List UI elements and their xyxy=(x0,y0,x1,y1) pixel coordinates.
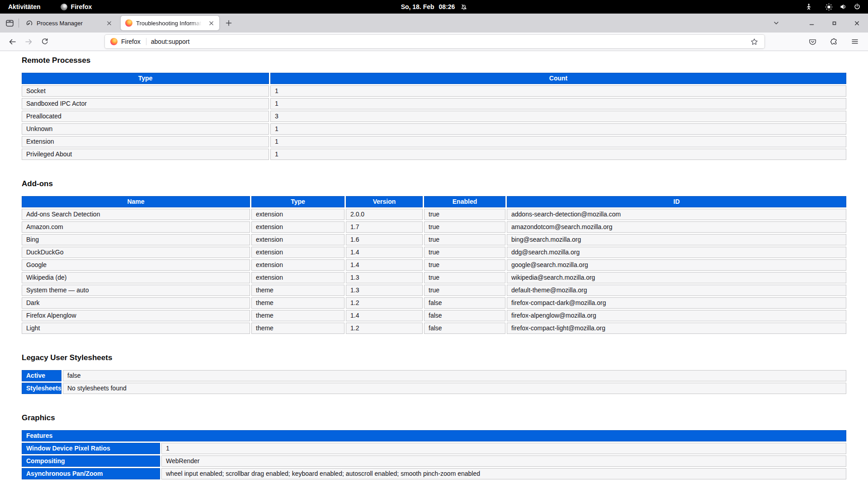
table-cell: 1.2 xyxy=(346,323,423,334)
back-button[interactable] xyxy=(5,35,19,48)
table-cell: wheel input enabled; scrollbar drag enab… xyxy=(161,468,846,479)
table-cell: true xyxy=(424,234,505,245)
table-cell: theme xyxy=(251,323,344,334)
new-tab-button[interactable] xyxy=(222,16,236,30)
table-cell: Dark xyxy=(22,297,250,309)
table-cell: false xyxy=(424,297,505,309)
table-cell: true xyxy=(424,272,505,283)
pocket-icon[interactable] xyxy=(806,35,819,48)
graphics-table: FeaturesWindow Device Pixel Ratios1Compo… xyxy=(20,429,848,481)
table-cell: theme xyxy=(251,285,344,296)
table-cell: 1.2 xyxy=(346,297,423,309)
table-cell: true xyxy=(424,221,505,233)
system-status-area[interactable] xyxy=(805,3,868,11)
tab-process-manager[interactable]: Process Manager xyxy=(21,16,117,30)
table-cell: extension xyxy=(251,209,344,220)
bookmark-star-icon[interactable] xyxy=(747,35,761,48)
tab-title: Troubleshooting Information xyxy=(136,20,203,27)
table-row: CompositingWebRender xyxy=(22,455,846,467)
activities-button[interactable]: Aktivitäten xyxy=(8,3,41,10)
table-row: Googleextension1.4truegoogle@search.mozi… xyxy=(22,259,846,271)
table-cell: 1.7 xyxy=(346,221,423,233)
table-row: Firefox Alpenglowtheme1.4falsefirefox-al… xyxy=(22,310,846,321)
reload-button[interactable] xyxy=(38,35,52,48)
url-bar[interactable]: Firefox about:support xyxy=(105,35,764,48)
list-all-tabs-button[interactable] xyxy=(769,16,783,30)
table-cell: Extension xyxy=(22,136,269,147)
table-row: Lighttheme1.2falsefirefox-compact-light@… xyxy=(22,323,846,334)
focused-app-name: Firefox xyxy=(71,3,92,10)
table-cell: Light xyxy=(22,323,250,334)
volume-icon[interactable] xyxy=(840,3,847,10)
column-header: Type xyxy=(22,73,269,84)
table-cell: false xyxy=(63,370,846,381)
remote-processes-table: TypeCountSocket1Sandboxed IPC Actor1Prea… xyxy=(20,71,848,161)
legacy-user-stylesheets-table: ActivefalseStylesheetsNo stylesheets fou… xyxy=(20,369,848,395)
row-header: Stylesheets xyxy=(22,383,61,394)
identity-box[interactable]: Firefox xyxy=(108,38,142,45)
section-heading-remote-processes: Remote Processes xyxy=(22,56,846,65)
table-cell: firefox-alpenglow@mozilla.org xyxy=(507,310,846,321)
table-cell: theme xyxy=(251,297,344,309)
brightness-icon[interactable] xyxy=(825,3,833,11)
table-row: Bingextension1.6truebing@search.mozilla.… xyxy=(22,234,846,245)
table-cell: 1 xyxy=(270,85,846,97)
table-cell: 1 xyxy=(161,443,846,454)
about-support-page: Remote Processes TypeCountSocket1Sandbox… xyxy=(0,56,868,481)
table-row: System theme — autotheme1.3truedefault-t… xyxy=(22,285,846,296)
clock-menu[interactable]: So, 18. Feb 08:26 xyxy=(401,3,467,10)
column-header: ID xyxy=(507,196,846,207)
power-icon[interactable] xyxy=(854,3,861,10)
tab-close-button[interactable] xyxy=(104,19,113,28)
identity-divider xyxy=(146,38,146,45)
tab-troubleshooting-information[interactable]: Troubleshooting Information xyxy=(121,16,219,30)
url-text[interactable]: about:support xyxy=(151,38,747,45)
accessibility-icon[interactable] xyxy=(805,3,812,10)
forward-button[interactable] xyxy=(22,35,35,48)
table-cell: firefox-compact-light@mozilla.org xyxy=(507,323,846,334)
table-cell: false xyxy=(424,323,505,334)
table-cell: firefox-compact-dark@mozilla.org xyxy=(507,297,846,309)
row-header: Compositing xyxy=(22,455,160,467)
header-row: NameTypeVersionEnabledID xyxy=(22,196,846,207)
table-cell: google@search.mozilla.org xyxy=(507,259,846,271)
extensions-puzzle-icon[interactable] xyxy=(827,35,840,48)
section-heading-addons: Add-ons xyxy=(22,179,846,188)
row-header: Window Device Pixel Ratios xyxy=(22,443,160,454)
table-row: Unknown1 xyxy=(22,123,846,135)
close-window-button[interactable] xyxy=(850,16,863,30)
hamburger-menu-icon[interactable] xyxy=(848,35,862,48)
firefox-view-button[interactable] xyxy=(3,16,16,30)
column-header: Enabled xyxy=(424,196,505,207)
table-row: StylesheetsNo stylesheets found xyxy=(22,383,846,394)
table-cell: wikipedia@search.mozilla.org xyxy=(507,272,846,283)
table-cell: extension xyxy=(251,234,344,245)
table-cell: 1.4 xyxy=(346,310,423,321)
table-cell: 1.3 xyxy=(346,272,423,283)
table-cell: Amazon.com xyxy=(22,221,250,233)
table-cell: 1.6 xyxy=(346,234,423,245)
table-cell: default-theme@mozilla.org xyxy=(507,285,846,296)
table-cell: 1.4 xyxy=(346,247,423,258)
table-cell: amazondotcom@search.mozilla.org xyxy=(507,221,846,233)
tab-close-button[interactable] xyxy=(207,19,216,28)
table-row: Preallocated3 xyxy=(22,111,846,122)
firefox-indicator-icon xyxy=(61,4,67,10)
table-cell: Google xyxy=(22,259,250,271)
notifications-off-icon xyxy=(460,4,467,10)
table-row: Activefalse xyxy=(22,370,846,381)
table-cell: true xyxy=(424,259,505,271)
table-cell: System theme — auto xyxy=(22,285,250,296)
table-cell: No stylesheets found xyxy=(63,383,846,394)
table-row: Privileged About1 xyxy=(22,149,846,160)
table-cell: 2.0.0 xyxy=(346,209,423,220)
minimize-button[interactable] xyxy=(805,16,818,30)
table-cell: Sandboxed IPC Actor xyxy=(22,98,269,109)
focused-app-indicator[interactable]: Firefox xyxy=(61,3,92,10)
table-row: Darktheme1.2falsefirefox-compact-dark@mo… xyxy=(22,297,846,309)
table-cell: theme xyxy=(251,310,344,321)
maximize-button[interactable] xyxy=(827,16,841,30)
section-heading-graphics: Graphics xyxy=(22,413,846,422)
header-row: TypeCount xyxy=(22,73,846,84)
firefox-icon xyxy=(125,19,132,27)
